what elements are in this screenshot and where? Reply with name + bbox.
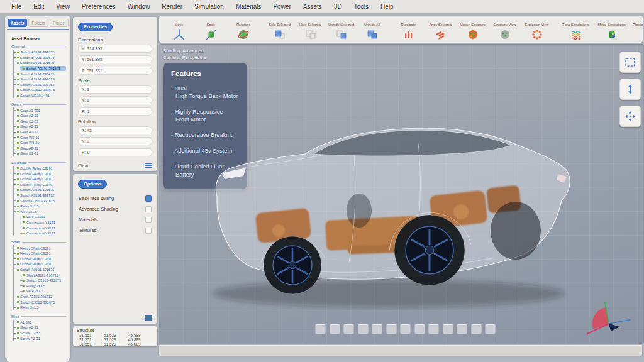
asset-item[interactable]: Switch A3191-795415 [14, 71, 66, 77]
tool-unhide-selected[interactable]: Unhide Selected [326, 18, 357, 41]
tool-solo-selected[interactable]: Solo Selected [264, 18, 295, 41]
asset-item[interactable]: Gear C2-31 [14, 151, 66, 156]
timeline-frame[interactable] [443, 324, 453, 334]
asset-item[interactable]: Wire 3x1.5 [20, 288, 66, 294]
asset-item[interactable]: Gear A2-31 [14, 325, 66, 331]
vertical-arrows-button[interactable] [619, 79, 641, 100]
asset-item[interactable]: Gear W2-31 [14, 134, 66, 140]
menu-item-help[interactable]: Help [378, 2, 396, 11]
asset-item[interactable]: Shaft A3191-391712 [20, 272, 66, 278]
timeline-frame[interactable] [372, 324, 382, 334]
asset-item[interactable]: Switch B7991-391675 [14, 55, 66, 61]
property-field[interactable]: Z: 591.331 [78, 67, 152, 75]
viewport-3d[interactable]: Shading: Advanced Camera: Perspective Fe… [159, 44, 644, 344]
tool-move[interactable]: Move [163, 18, 195, 41]
asset-item[interactable]: Switch C3512-391675 [20, 278, 66, 283]
menu-item-tools[interactable]: Tools [352, 2, 371, 11]
checkbox-materials[interactable] [145, 217, 152, 223]
asset-item[interactable]: Double Relay C3191 [14, 182, 66, 187]
menu-item-file[interactable]: File [9, 2, 24, 11]
sidebar-tab-folders[interactable]: Folders [28, 19, 48, 27]
asset-item[interactable]: Connection Y3191 [20, 225, 66, 231]
timeline-frame[interactable] [485, 324, 496, 334]
asset-item[interactable]: Switch C3512-391675 [14, 198, 66, 204]
timeline-frame[interactable] [414, 324, 425, 334]
timeline-frame[interactable] [386, 324, 397, 334]
axis-gizmo[interactable] [582, 299, 633, 336]
timeline-frame[interactable] [400, 324, 411, 334]
options-tab[interactable]: Options [78, 180, 107, 189]
property-field[interactable]: Y: 591.895 [78, 55, 152, 63]
asset-item[interactable]: Shaft A3191-391712 [14, 294, 66, 300]
asset-item[interactable]: Switch C3512-391675 [14, 299, 66, 305]
asset-item[interactable]: Relay 3x1.5 [14, 204, 66, 209]
asset-item[interactable]: Switch A3191-993675 [14, 77, 66, 82]
timeline-frame[interactable] [358, 324, 369, 334]
asset-item[interactable]: Gear W6-21 [14, 140, 66, 146]
asset-item[interactable]: Gear A2-31 [14, 124, 66, 129]
tool-hide-selected[interactable]: Hide Selected [295, 18, 326, 41]
tool-metal-simulations[interactable]: Metal Simulations [594, 18, 630, 41]
asset-item[interactable]: Double Relay C3191 [14, 261, 66, 267]
property-field[interactable]: X: 1 [78, 85, 152, 94]
asset-item[interactable]: Switch A3191-391752 [14, 82, 66, 88]
timeline-frame[interactable] [428, 324, 439, 334]
asset-item[interactable]: Wire 3x1.5 [14, 209, 66, 214]
tool-scale[interactable]: Scale [195, 18, 227, 41]
asset-item[interactable]: Heavy Shaft C3191 [14, 251, 66, 256]
menu-item-window[interactable]: Window [125, 2, 153, 11]
property-field[interactable]: X: 45 [78, 126, 152, 134]
menu-item-3d[interactable]: 3D [331, 2, 345, 11]
timeline-frame[interactable] [330, 324, 340, 334]
property-field[interactable]: Y: 1 [78, 96, 152, 104]
asset-item[interactable]: Switch A3191-191675 [14, 267, 66, 273]
asset-item[interactable]: Connection Y3191 [20, 231, 66, 236]
menu-item-edit[interactable]: Edit [31, 2, 47, 11]
asset-item[interactable]: Screw A2-31 [14, 336, 66, 341]
property-field[interactable]: X: 314.851 [78, 45, 152, 53]
asset-item[interactable]: Switch W3191-491 [14, 93, 66, 99]
asset-item[interactable]: Screw C2-51 [14, 331, 66, 336]
pan-move-button[interactable] [619, 106, 641, 127]
property-field[interactable]: R: 0 [78, 148, 152, 156]
marquee-select-button[interactable] [619, 52, 641, 73]
asset-item[interactable]: Relay 3x1.5 [20, 283, 66, 289]
asset-item[interactable]: Double Relay C3191 [14, 256, 66, 262]
sidebar-tab-assets[interactable]: Assets [8, 19, 27, 27]
menu-item-assets[interactable]: Assets [301, 2, 325, 11]
asset-item[interactable]: Gear A2-77 [14, 129, 66, 135]
tool-explosion-view[interactable]: Explosion View [521, 18, 553, 41]
timeline-frame[interactable] [457, 324, 467, 334]
property-field[interactable]: Y: 0 [78, 137, 152, 145]
timeline-frame[interactable] [315, 324, 326, 334]
tool-motion-structure[interactable]: Motion Structure [457, 18, 489, 41]
asset-item[interactable]: Wire C3191 [20, 214, 66, 220]
menu-item-view[interactable]: View [53, 2, 72, 11]
tool-flow-simulations[interactable]: Flow Simulations [558, 18, 594, 41]
asset-item[interactable]: Gear C2-51 [14, 119, 66, 124]
options-menu-icon[interactable] [145, 315, 152, 321]
menu-item-simulation[interactable]: Simulation [192, 2, 226, 11]
menu-item-materials[interactable]: Materials [233, 2, 264, 11]
asset-item[interactable]: Switch A3191-191675 [14, 187, 66, 193]
asset-item[interactable]: Switch A2191-391675 [14, 60, 66, 66]
tool-duplicate[interactable]: Duplicate [392, 18, 425, 41]
properties-tab[interactable]: Properties [78, 23, 113, 31]
timeline-frame[interactable] [343, 324, 354, 334]
asset-item[interactable]: A1-391 [14, 320, 66, 326]
asset-item[interactable]: Switch A3191-391712 [14, 193, 66, 199]
asset-item[interactable]: Heavy Shaft C3191 [14, 245, 66, 251]
menu-item-power[interactable]: Power [270, 2, 293, 11]
property-field[interactable]: R: 1 [78, 107, 152, 116]
tool-plastic-simulations[interactable]: Plastic Simulations [630, 18, 644, 41]
asset-item[interactable]: Switch A3191-391675 [14, 50, 66, 55]
asset-item[interactable]: Switch C3512-391675 [14, 87, 66, 93]
asset-item[interactable]: Double Relay C3191 [14, 171, 66, 177]
asset-item[interactable]: Switch A3191-391675 [20, 66, 66, 72]
tool-array-selected[interactable]: Array Selected [425, 18, 457, 41]
menu-item-preferences[interactable]: Preferences [79, 2, 118, 11]
clear-button[interactable]: Clear [78, 163, 89, 168]
asset-item[interactable]: Connection Y3191 [20, 220, 66, 226]
checkbox-back-face-culling[interactable] [145, 195, 152, 202]
checkbox-advanced-shading[interactable] [145, 206, 152, 212]
